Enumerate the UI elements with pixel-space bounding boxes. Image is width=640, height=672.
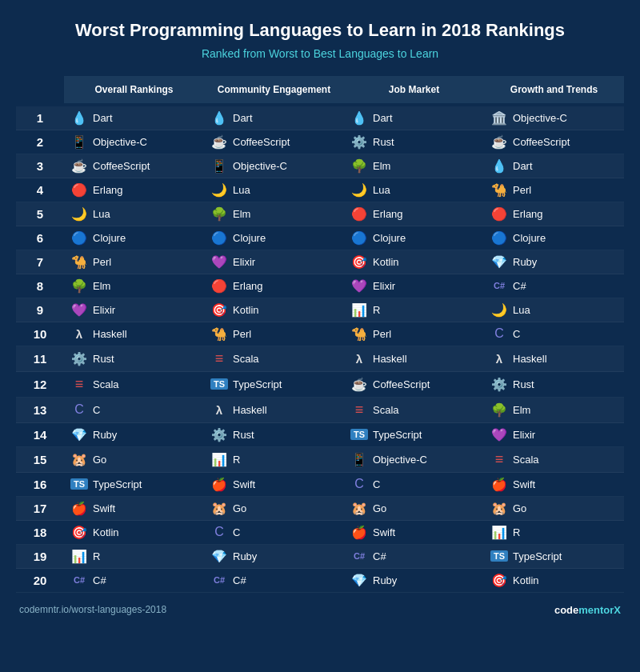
table-row: 14💎Ruby⚙️RustTSTypeScript💜Elixir [16, 423, 624, 447]
lang-cell-c1: 💜Elixir [64, 298, 204, 322]
lang-cell-c3: 🌙Lua [344, 178, 484, 202]
rank-cell: 19 [16, 545, 64, 568]
lang-name: Erlang [513, 208, 543, 220]
lang-icon: 🔴 [210, 278, 228, 294]
lang-icon: 🎯 [70, 525, 88, 540]
lang-icon: C [70, 402, 88, 417]
lang-name: Kotlin [373, 256, 399, 268]
lang-cell-c3: 🍎Swift [344, 521, 484, 544]
lang-name: C [373, 478, 380, 490]
lang-cell-c2: 📱Objective-C [204, 154, 344, 178]
lang-icon: 💧 [490, 158, 508, 174]
rank-cell: 7 [16, 250, 64, 274]
lang-icon: 💎 [490, 254, 508, 270]
lang-cell-c4: TSTypeScript [484, 545, 624, 568]
lang-icon: 🏛️ [490, 110, 508, 126]
rank-cell: 18 [16, 521, 64, 544]
table-row: 9💜Elixir🎯Kotlin📊R🌙Lua [16, 298, 624, 322]
lang-cell-c3: C#C# [344, 545, 484, 568]
lang-icon: 🍎 [70, 501, 88, 516]
lang-name: Ruby [93, 429, 117, 441]
lang-icon: λ [350, 352, 368, 366]
lang-icon: λ [490, 352, 508, 366]
lang-icon: 🔵 [70, 230, 88, 246]
lang-name: Lua [93, 208, 110, 220]
lang-icon: ☕ [70, 158, 88, 174]
lang-name: Clojure [513, 232, 546, 244]
lang-cell-c1: 🔴Erlang [64, 178, 204, 202]
lang-icon: 🎯 [350, 254, 368, 270]
lang-icon: ⚙️ [490, 377, 508, 392]
lang-cell-c3: 💧Dart [344, 106, 484, 130]
lang-name: Scala [93, 378, 119, 390]
lang-name: Swift [373, 526, 395, 538]
rank-cell: 15 [16, 447, 64, 472]
lang-icon: 🍎 [210, 477, 228, 492]
lang-name: C# [233, 574, 246, 586]
lang-icon: 💎 [350, 573, 368, 588]
lang-name: Rust [233, 429, 254, 441]
lang-icon: C [350, 477, 368, 491]
lang-icon: C [490, 326, 508, 341]
rank-cell: 6 [16, 226, 64, 250]
rank-cell: 4 [16, 178, 64, 202]
lang-name: C# [373, 550, 386, 562]
table-row: 11⚙️Rust≡ScalaλHaskellλHaskell [16, 346, 624, 372]
lang-icon: 🐪 [350, 326, 368, 342]
lang-name: Rust [93, 353, 114, 365]
lang-cell-c1: 🎯Kotlin [64, 521, 204, 544]
lang-icon: 🌳 [350, 158, 368, 174]
lang-name: R [513, 526, 520, 538]
lang-icon: ⚙️ [70, 351, 88, 366]
lang-name: CoffeeScript [233, 136, 290, 148]
lang-cell-c2: 🐪Perl [204, 322, 344, 346]
lang-cell-c2: 🌳Elm [204, 202, 344, 226]
lang-cell-c2: 🍎Swift [204, 473, 344, 496]
rank-cell: 16 [16, 473, 64, 496]
table-row: 20C#C#C#C#💎Ruby🎯Kotlin [16, 569, 624, 593]
lang-cell-c2: 💎Ruby [204, 545, 344, 568]
lang-name: CoffeeScript [373, 378, 430, 390]
lang-name: CoffeeScript [93, 160, 150, 172]
lang-icon: 🔴 [70, 182, 88, 198]
lang-icon: TS [70, 478, 88, 490]
lang-name: Elm [93, 280, 110, 292]
lang-name: R [373, 304, 380, 316]
table-row: 10λHaskell🐪Perl🐪PerlCC [16, 322, 624, 346]
lang-cell-c3: 🐪Perl [344, 322, 484, 346]
lang-cell-c4: 📊R [484, 521, 624, 544]
rank-cell: 14 [16, 423, 64, 446]
lang-icon: 🎯 [210, 302, 228, 318]
lang-cell-c4: 🍎Swift [484, 473, 624, 496]
table-row: 7🐪Perl💜Elixir🎯Kotlin💎Ruby [16, 250, 624, 274]
footer: codemntr.io/worst-languages-2018 codemen… [16, 604, 624, 616]
lang-name: Clojure [373, 232, 406, 244]
lang-cell-c3: 🔴Erlang [344, 202, 484, 226]
lang-name: Lua [513, 304, 530, 316]
lang-cell-c2: ⚙️Rust [204, 423, 344, 446]
lang-name: C [513, 328, 520, 340]
lang-name: Scala [233, 353, 259, 365]
lang-name: Clojure [233, 232, 266, 244]
rank-cell: 5 [16, 202, 64, 226]
lang-cell-c4: ☕CoffeeScript [484, 130, 624, 154]
lang-icon: C [210, 525, 228, 539]
lang-name: Perl [93, 256, 111, 268]
lang-name: Objective-C [93, 136, 147, 148]
lang-icon: 💜 [210, 254, 228, 270]
header-rank [16, 76, 64, 103]
lang-cell-c3: CC [344, 473, 484, 496]
lang-name: Ruby [233, 550, 257, 562]
rank-cell: 3 [16, 154, 64, 178]
table-row: 5🌙Lua🌳Elm🔴Erlang🔴Erlang [16, 202, 624, 226]
lang-cell-c2: ☕CoffeeScript [204, 130, 344, 154]
lang-cell-c1: ≡Scala [64, 372, 204, 397]
lang-cell-c2: TSTypeScript [204, 372, 344, 397]
lang-icon: 📊 [490, 525, 508, 540]
lang-name: Erlang [93, 184, 123, 196]
lang-name: TypeScript [513, 550, 562, 562]
header-overall: Overall Rankings [64, 76, 204, 103]
lang-cell-c3: 💎Ruby [344, 569, 484, 592]
lang-cell-c4: 🌳Elm [484, 398, 624, 422]
lang-icon: 📱 [70, 134, 88, 150]
